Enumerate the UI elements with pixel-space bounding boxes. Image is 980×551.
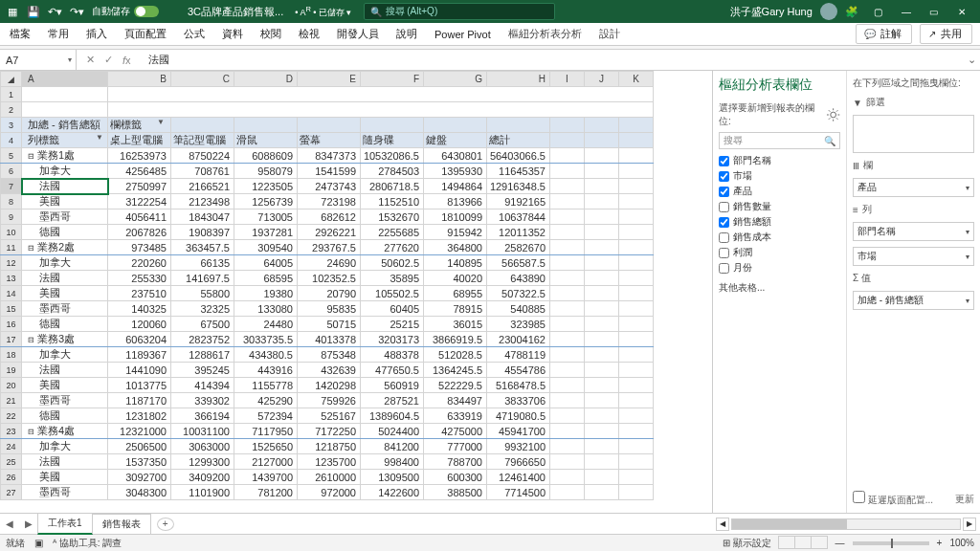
- cell[interactable]: 2127000: [234, 454, 298, 470]
- filter-area[interactable]: [853, 115, 974, 153]
- cell[interactable]: 11645357: [487, 164, 550, 179]
- col-header[interactable]: K: [619, 72, 654, 87]
- cell[interactable]: 1908397: [171, 225, 234, 240]
- cell[interactable]: 105502.5: [361, 286, 424, 301]
- cell[interactable]: 25215: [361, 317, 424, 332]
- cell[interactable]: 2067826: [108, 225, 171, 240]
- cell[interactable]: 713005: [234, 209, 298, 225]
- rows-area-1[interactable]: 部門名稱▾: [853, 222, 974, 241]
- field-search[interactable]: 搜尋🔍: [719, 132, 840, 149]
- cell[interactable]: 56403066.5: [487, 148, 550, 164]
- add-sheet-icon[interactable]: +: [157, 518, 174, 531]
- field-checkbox[interactable]: 利潤: [719, 245, 840, 260]
- cell[interactable]: 7172250: [298, 424, 361, 439]
- col-filter-icon[interactable]: ▼: [157, 118, 167, 126]
- cell[interactable]: 277620: [361, 240, 424, 255]
- cell[interactable]: 1299300: [171, 454, 234, 470]
- cell[interactable]: 1101900: [171, 485, 234, 500]
- cell[interactable]: 2506500: [108, 439, 171, 454]
- cell[interactable]: 834497: [424, 393, 487, 408]
- cell[interactable]: 23004162: [487, 332, 550, 347]
- cell[interactable]: 2166521: [171, 179, 234, 194]
- cell[interactable]: 560919: [361, 378, 424, 393]
- tab-help[interactable]: 說明: [394, 23, 419, 45]
- cancel-formula-icon[interactable]: ✕: [86, 54, 95, 66]
- field-checkbox[interactable]: 產品: [719, 184, 840, 199]
- view-buttons[interactable]: [779, 536, 828, 551]
- cell[interactable]: 2123498: [171, 194, 234, 209]
- cell[interactable]: 16253973: [108, 148, 171, 164]
- cell[interactable]: 522229.5: [424, 378, 487, 393]
- cell[interactable]: 600300: [424, 470, 487, 485]
- cell[interactable]: 2784503: [361, 164, 424, 179]
- cell[interactable]: 美國: [22, 378, 108, 393]
- cell[interactable]: ⊟ 業務4處: [22, 424, 108, 439]
- cell[interactable]: 540885: [487, 301, 550, 317]
- cell[interactable]: 68595: [234, 271, 298, 286]
- cell[interactable]: 723198: [298, 194, 361, 209]
- mode-icon[interactable]: 🧩: [845, 6, 858, 18]
- cell[interactable]: 566587.5: [487, 255, 550, 271]
- cell[interactable]: 60405: [361, 301, 424, 317]
- cell[interactable]: 414394: [171, 378, 234, 393]
- rows-area-2[interactable]: 市場▾: [853, 247, 974, 266]
- cell[interactable]: 1013775: [108, 378, 171, 393]
- cell[interactable]: 3203173: [361, 332, 424, 347]
- cell[interactable]: 875348: [298, 347, 361, 363]
- cell[interactable]: 4013378: [298, 332, 361, 347]
- cell[interactable]: 9192165: [487, 194, 550, 209]
- select-all[interactable]: ◢: [1, 72, 22, 87]
- cell[interactable]: 墨西哥: [22, 301, 108, 317]
- cell[interactable]: 1420298: [298, 378, 361, 393]
- col-header[interactable]: C: [171, 72, 234, 87]
- cell[interactable]: 10637844: [487, 209, 550, 225]
- cell[interactable]: 1256739: [234, 194, 298, 209]
- cell[interactable]: 141697.5: [171, 271, 234, 286]
- cell[interactable]: 10532086.5: [361, 148, 424, 164]
- cell[interactable]: 40020: [424, 271, 487, 286]
- cell[interactable]: 682612: [298, 209, 361, 225]
- cell[interactable]: 德國: [22, 225, 108, 240]
- cell[interactable]: 24480: [234, 317, 298, 332]
- cell[interactable]: 12321000: [108, 424, 171, 439]
- cell[interactable]: 8347373: [298, 148, 361, 164]
- cell[interactable]: 643890: [487, 271, 550, 286]
- col-header[interactable]: A: [22, 72, 108, 87]
- cell[interactable]: 1422600: [361, 485, 424, 500]
- expand-formula-icon[interactable]: ⌄: [963, 54, 980, 66]
- cell[interactable]: 102352.5: [298, 271, 361, 286]
- cell[interactable]: 958079: [234, 164, 298, 179]
- tab-file[interactable]: 檔案: [8, 23, 33, 45]
- search-box[interactable]: 🔍 搜尋 (Alt+Q): [364, 3, 555, 20]
- cell[interactable]: 708761: [171, 164, 234, 179]
- cell[interactable]: 220260: [108, 255, 171, 271]
- cell[interactable]: 4056411: [108, 209, 171, 225]
- cell[interactable]: 2255685: [361, 225, 424, 240]
- cell[interactable]: 339302: [171, 393, 234, 408]
- cell[interactable]: 6088609: [234, 148, 298, 164]
- cell[interactable]: 8750224: [171, 148, 234, 164]
- cell[interactable]: 美國: [22, 286, 108, 301]
- cell[interactable]: 813966: [424, 194, 487, 209]
- cell[interactable]: 1235700: [298, 454, 361, 470]
- tab-layout[interactable]: 頁面配置: [122, 23, 168, 45]
- ribbon-display-icon[interactable]: ▢: [866, 7, 891, 17]
- cell[interactable]: 1525650: [234, 439, 298, 454]
- name-box[interactable]: A7▾: [0, 50, 77, 70]
- cell[interactable]: 2806718.5: [361, 179, 424, 194]
- cell[interactable]: 388500: [424, 485, 487, 500]
- user-name[interactable]: 洪子盛Gary Hung: [730, 5, 813, 19]
- tab-data[interactable]: 資料: [220, 23, 245, 45]
- field-checkbox[interactable]: 銷售成本: [719, 230, 840, 245]
- col-header[interactable]: I: [550, 72, 585, 87]
- cell[interactable]: 95835: [298, 301, 361, 317]
- accessibility[interactable]: ᴬ 協助工具: 調查: [53, 537, 122, 550]
- cell[interactable]: 1155778: [234, 378, 298, 393]
- display-settings[interactable]: ⊞ 顯示設定: [723, 537, 771, 550]
- cell[interactable]: 507322.5: [487, 286, 550, 301]
- defer-checkbox[interactable]: 延遲版面配置...: [853, 491, 933, 507]
- cell[interactable]: 68955: [424, 286, 487, 301]
- cell[interactable]: 5168478.5: [487, 378, 550, 393]
- cell[interactable]: 6063204: [108, 332, 171, 347]
- cell[interactable]: 788700: [424, 454, 487, 470]
